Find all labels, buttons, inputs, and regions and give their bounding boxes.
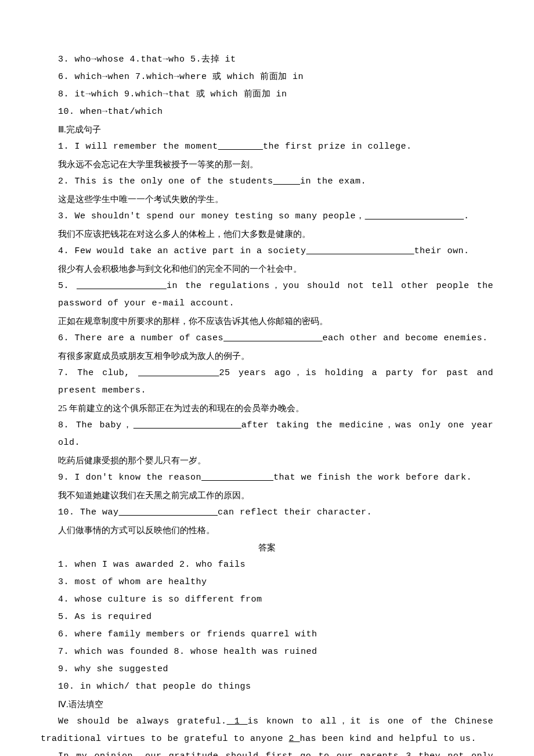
- blank: [273, 177, 301, 186]
- question-text-pre: 10. The way: [58, 507, 119, 517]
- question-translation: 正如在规章制度中所要求的那样，你不应该告诉其他人你邮箱的密码。: [41, 312, 493, 330]
- question-translation: 吃药后健康受损的那个婴儿只有一岁。: [41, 452, 493, 469]
- question-text-pre: 5.: [58, 281, 77, 291]
- blank: [119, 507, 218, 517]
- passage-paragraph: In my opinion，our gratitude should first…: [41, 748, 493, 756]
- question-translation: 我们不应该把钱花在对这么多人的体检上，他们大多数是健康的。: [41, 225, 493, 243]
- blank: [306, 246, 414, 256]
- question-text-pre: 6. There are a number of cases: [58, 333, 223, 343]
- question-line: 3. We shouldn't spend our money testing …: [41, 208, 493, 225]
- section-3-title: Ⅲ.完成句子: [41, 121, 493, 138]
- question-translation: 人们做事情的方式可以反映他们的性格。: [41, 521, 493, 539]
- blank: [77, 281, 167, 291]
- answers-title: 答案: [41, 539, 493, 556]
- answer-line: 5. As is required: [41, 609, 493, 626]
- question-line: 4. Few would take an active part in a so…: [41, 243, 493, 260]
- question-text-pre: 7. The club,: [58, 368, 138, 378]
- question-translation: 25 年前建立的这个俱乐部正在为过去的和现在的会员举办晚会。: [41, 399, 493, 417]
- blank-2: 2: [289, 734, 300, 744]
- question-text-pre: 2. This is the only one of the students: [58, 177, 273, 186]
- answer-line: 4. whose culture is so different from: [41, 591, 493, 609]
- answer-line: 7. which was founded 8. whose health was…: [41, 643, 493, 661]
- question-translation: 很少有人会积极地参与到文化和他们的完全不同的一个社会中。: [41, 260, 493, 278]
- question-text-pre: 9. I don't know the reason: [58, 473, 201, 483]
- correction-line: 6. which→when 7.which→where 或 which 前面加 …: [41, 69, 493, 86]
- passage-text: has been kind and helpful to us.: [300, 734, 477, 744]
- question-text-post: that we finish the work before dark.: [273, 473, 472, 483]
- passage-paragraph: We should be always grateful. 1 is known…: [41, 713, 493, 748]
- question-text-post: in the exam.: [300, 177, 366, 186]
- question-line: 2. This is the only one of the students …: [41, 173, 493, 190]
- question-line: 7. The club, 25 years ago，is holding a p…: [41, 365, 493, 399]
- question-line: 9. I don't know the reason that we finis…: [41, 469, 493, 487]
- question-line: 5. in the regulations，you should not tel…: [41, 278, 493, 312]
- blank: [223, 333, 323, 343]
- question-text-post: .: [464, 211, 470, 221]
- question-text-post: their own.: [414, 246, 470, 256]
- passage-text: We should be always grateful.: [58, 717, 227, 726]
- answer-line: 3. most of whom are healthy: [41, 574, 493, 591]
- question-text-pre: 3. We shouldn't spend our money testing …: [58, 211, 365, 221]
- question-translation: 这是这些学生中唯一一个考试失败的学生。: [41, 190, 493, 208]
- question-text-pre: 1. I will remember the moment: [58, 142, 218, 152]
- answer-line: 10. in which/ that people do things: [41, 678, 493, 696]
- question-text-post: can reflect their character.: [218, 507, 372, 517]
- blank: [201, 473, 273, 483]
- blank: [365, 211, 464, 221]
- question-translation: 我不知道她建议我们在天黑之前完成工作的原因。: [41, 487, 493, 504]
- correction-line: 10. when→that/which: [41, 103, 493, 121]
- answer-line: 9. why she suggested: [41, 661, 493, 678]
- blank: [138, 368, 219, 378]
- question-line: 6. There are a number of cases each othe…: [41, 330, 493, 347]
- section-4-title: Ⅳ.语法填空: [41, 696, 493, 713]
- question-text-pre: 8. The baby，: [58, 420, 134, 430]
- blank-1: 1: [227, 717, 248, 726]
- correction-line: 3. who→whose 4.that→who 5.去掉 it: [41, 51, 493, 69]
- question-text-post: the first prize in college.: [263, 142, 412, 152]
- answer-line: 6. where family members or friends quarr…: [41, 626, 493, 643]
- question-translation: 我永远不会忘记在大学里我被授予一等奖的那一刻。: [41, 156, 493, 173]
- question-line: 10. The way can reflect their character.: [41, 504, 493, 521]
- question-translation: 有很多家庭成员或朋友互相争吵成为敌人的例子。: [41, 347, 493, 365]
- question-text-post: each other and become enemies.: [323, 333, 488, 343]
- blank-3: 3: [406, 751, 418, 756]
- blank: [218, 142, 264, 152]
- question-line: 8. The baby， after taking the medicine，w…: [41, 417, 493, 452]
- answer-line: 1. when I was awarded 2. who fails: [41, 556, 493, 574]
- question-line: 1. I will remember the moment the first …: [41, 138, 493, 156]
- question-text-pre: 4. Few would take an active part in a so…: [58, 246, 306, 256]
- blank: [134, 420, 241, 430]
- passage-text: In my opinion，our gratitude should first…: [58, 751, 406, 756]
- correction-line: 8. it→which 9.which→that 或 which 前面加 in: [41, 86, 493, 103]
